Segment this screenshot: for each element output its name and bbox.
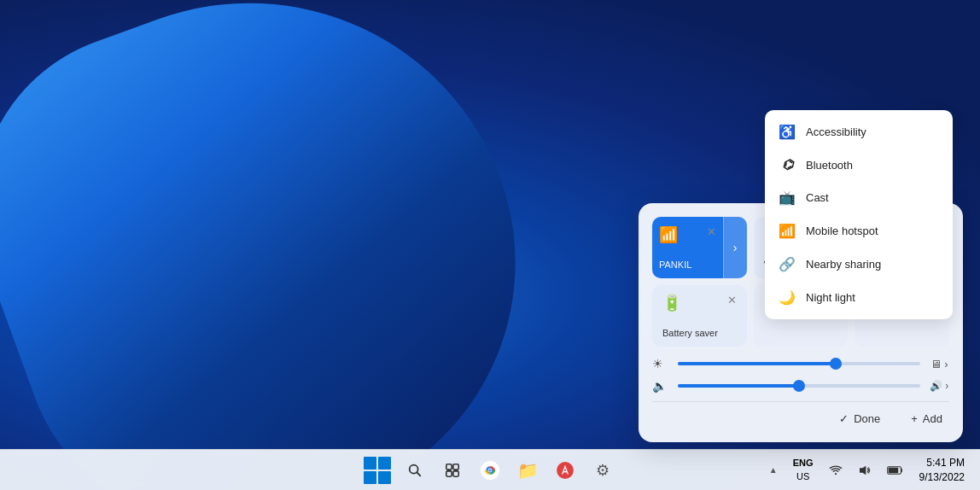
wifi-tile-main[interactable]: 📶 ✕ PANKIL bbox=[652, 217, 723, 278]
add-label: Add bbox=[923, 412, 942, 425]
start-button[interactable] bbox=[360, 453, 394, 487]
battery-tile-label: Battery saver bbox=[662, 328, 737, 338]
search-icon bbox=[407, 463, 423, 478]
nearby-sharing-icon: 🔗 bbox=[779, 256, 796, 272]
context-menu: ♿ Accessibility ⌬ Bluetooth 📺 Cast 📶 Mob… bbox=[765, 110, 953, 319]
menu-item-night-light[interactable]: 🌙 Night light bbox=[765, 281, 953, 314]
add-plus-icon: + bbox=[911, 412, 918, 425]
cast-icon: 📺 bbox=[779, 190, 796, 206]
app-icon-red[interactable] bbox=[548, 453, 582, 487]
accessibility-icon: ♿ bbox=[779, 124, 796, 140]
volume-tray-icon bbox=[858, 464, 872, 477]
svg-point-10 bbox=[488, 469, 491, 471]
brightness-slider-thumb[interactable] bbox=[830, 358, 842, 370]
task-view-icon bbox=[445, 463, 460, 478]
brightness-slider-row: ☀ 🖥 › bbox=[652, 357, 949, 370]
wifi-tile-label: PANKIL bbox=[659, 260, 716, 270]
wallpaper-wave-1 bbox=[0, 0, 585, 490]
add-button[interactable]: + Add bbox=[904, 409, 949, 429]
menu-item-accessibility[interactable]: ♿ Accessibility bbox=[765, 115, 953, 149]
svg-line-1 bbox=[417, 472, 420, 475]
wifi-tile[interactable]: 📶 ✕ PANKIL › bbox=[652, 217, 747, 278]
night-light-icon: 🌙 bbox=[779, 289, 796, 306]
clock-time: 5:41 PM bbox=[926, 456, 965, 470]
file-explorer-button[interactable]: 📁 bbox=[510, 453, 545, 487]
wifi-arrow-button[interactable]: › bbox=[723, 217, 747, 278]
brightness-icon: ☀ bbox=[652, 357, 669, 370]
svg-rect-2 bbox=[446, 464, 452, 469]
svg-rect-5 bbox=[453, 470, 458, 475]
taskbar: 📁 ⚙ ▲ ENG US bbox=[0, 449, 980, 490]
battery-tray-icon bbox=[887, 464, 904, 476]
svg-marker-13 bbox=[860, 465, 866, 475]
battery-tile-top: 🔋 ✕ bbox=[662, 294, 737, 312]
chrome-icon bbox=[481, 461, 499, 480]
show-hidden-icons-button[interactable]: ▲ bbox=[764, 462, 783, 478]
menu-item-cast[interactable]: 📺 Cast bbox=[765, 181, 953, 214]
brightness-slider-fill bbox=[678, 362, 836, 365]
volume-tray-button[interactable] bbox=[853, 460, 877, 481]
hotspot-icon: 📶 bbox=[779, 223, 796, 239]
menu-item-bluetooth[interactable]: ⌬ Bluetooth bbox=[765, 149, 953, 181]
chrome-button[interactable] bbox=[473, 453, 507, 487]
volume-slider-row: 🔈 🔊 › bbox=[652, 379, 949, 393]
volume-slider-fill bbox=[678, 384, 799, 388]
menu-item-nearby-sharing[interactable]: 🔗 Nearby sharing bbox=[765, 248, 953, 281]
svg-rect-4 bbox=[446, 470, 452, 475]
wifi-tray-icon bbox=[829, 464, 843, 477]
volume-slider-track[interactable] bbox=[678, 384, 920, 388]
bluetooth-label: Bluetooth bbox=[806, 159, 853, 172]
taskbar-center: 📁 ⚙ bbox=[360, 453, 620, 487]
windows-logo bbox=[364, 457, 391, 484]
qs-actions-row: ✓ Done + Add bbox=[652, 401, 949, 429]
language-indicator[interactable]: ENG US bbox=[788, 454, 819, 485]
task-view-button[interactable] bbox=[435, 453, 470, 487]
hotspot-label: Mobile hotspot bbox=[806, 225, 878, 237]
cast-label: Cast bbox=[806, 191, 829, 204]
clock[interactable]: 5:41 PM 9/13/2022 bbox=[914, 454, 970, 487]
battery-icon: 🔋 bbox=[662, 294, 681, 312]
language-code: ENG bbox=[793, 458, 814, 469]
svg-rect-15 bbox=[888, 467, 897, 472]
volume-slider-thumb[interactable] bbox=[793, 380, 805, 392]
volume-end-icon[interactable]: 🔊 › bbox=[929, 380, 949, 392]
desktop: 📶 ✕ PANKIL › 🛡 ✕ VPN › bbox=[0, 0, 980, 490]
taskbar-right: ▲ ENG US bbox=[764, 454, 980, 487]
brightness-display-icon[interactable]: 🖥 › bbox=[929, 358, 949, 370]
wifi-pin-icon: ✕ bbox=[707, 225, 716, 238]
battery-tile[interactable]: 🔋 ✕ Battery saver bbox=[652, 285, 747, 347]
done-button[interactable]: ✓ Done bbox=[832, 409, 887, 429]
chevron-up-icon: ▲ bbox=[769, 465, 778, 475]
night-light-label: Night light bbox=[806, 291, 855, 304]
wifi-icon: 📶 bbox=[659, 225, 678, 244]
menu-item-mobile-hotspot[interactable]: 📶 Mobile hotspot bbox=[765, 214, 953, 248]
battery-pin-icon: ✕ bbox=[727, 294, 737, 306]
done-label: Done bbox=[854, 412, 880, 425]
battery-tray-button[interactable] bbox=[882, 461, 909, 480]
svg-rect-3 bbox=[453, 464, 458, 469]
settings-button[interactable]: ⚙ bbox=[586, 453, 620, 487]
search-button[interactable] bbox=[398, 453, 432, 487]
brightness-slider-track[interactable] bbox=[678, 362, 920, 365]
wifi-tile-top: 📶 ✕ bbox=[659, 225, 716, 244]
wifi-tray-button[interactable] bbox=[824, 460, 848, 481]
volume-icon: 🔈 bbox=[652, 379, 669, 393]
svg-point-11 bbox=[557, 462, 574, 479]
bluetooth-icon: ⌬ bbox=[779, 157, 796, 172]
nearby-sharing-label: Nearby sharing bbox=[806, 258, 881, 271]
accessibility-label: Accessibility bbox=[806, 125, 866, 138]
language-region: US bbox=[796, 471, 809, 482]
clock-date: 9/13/2022 bbox=[919, 470, 965, 485]
done-check-icon: ✓ bbox=[839, 412, 849, 425]
red-app-icon bbox=[556, 461, 575, 480]
